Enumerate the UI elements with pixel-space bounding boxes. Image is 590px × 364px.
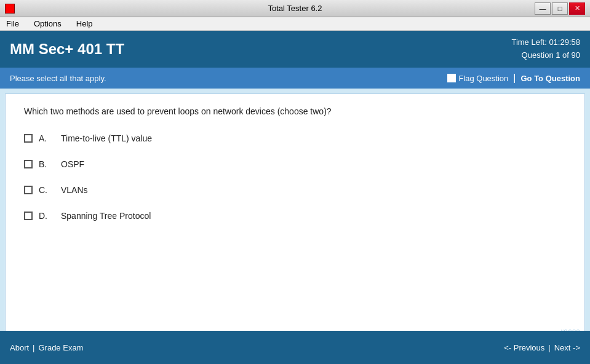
next-button[interactable]: Next -> (554, 343, 580, 352)
footer-right: <- Previous | Next -> (504, 343, 580, 352)
toolbar-separator: | (513, 73, 516, 84)
answer-text-b: OSPF (61, 159, 84, 169)
minimize-button[interactable]: — (535, 2, 551, 15)
toolbar-bar: Please select all that apply. Flag Quest… (0, 68, 590, 89)
footer-separator: | (33, 343, 34, 352)
answer-text-c: VLANs (61, 185, 88, 195)
app-icon (5, 4, 15, 14)
menu-file[interactable]: File (2, 18, 23, 30)
flag-question-label: Flag Question (458, 74, 508, 83)
flag-checkbox[interactable] (447, 74, 456, 82)
answer-label-b: B. (39, 159, 51, 169)
answer-text-a: Time-to-live (TTL) value (61, 133, 152, 143)
grade-exam-button[interactable]: Grade Exam (38, 343, 83, 352)
title-bar: Total Tester 6.2 — □ ✕ (0, 0, 590, 17)
previous-button[interactable]: <- Previous (504, 343, 544, 352)
checkbox-c[interactable] (24, 186, 33, 194)
answer-label-a: A. (39, 133, 51, 143)
time-left-label: Time Left: (511, 38, 546, 47)
checkbox-d[interactable] (24, 212, 33, 220)
menu-help[interactable]: Help (73, 18, 97, 30)
exam-title: MM Sec+ 401 TT (10, 41, 124, 58)
header-bar: MM Sec+ 401 TT Time Left: 01:29:58 Quest… (0, 31, 590, 68)
nav-separator: | (548, 343, 550, 352)
maximize-button[interactable]: □ (552, 2, 568, 15)
window-controls: — □ ✕ (535, 2, 585, 15)
flag-question-button[interactable]: Flag Question (447, 74, 508, 83)
answer-option-d: D. Spanning Tree Protocol (24, 211, 566, 221)
question-area: Which two methods are used to prevent lo… (5, 93, 585, 333)
menu-options[interactable]: Options (30, 18, 65, 30)
footer-left: Abort | Grade Exam (10, 343, 83, 352)
footer-bar: Abort | Grade Exam <- Previous | Next -> (0, 331, 590, 364)
title-bar-left (5, 4, 15, 14)
checkbox-b[interactable] (24, 160, 33, 168)
answer-label-c: C. (39, 185, 51, 195)
answer-text-d: Spanning Tree Protocol (61, 211, 151, 221)
answer-option-c: C. VLANs (24, 185, 566, 195)
timer-info: Time Left: 01:29:58 Question 1 of 90 (511, 36, 580, 62)
answer-label-d: D. (39, 211, 51, 221)
question-text: Which two methods are used to prevent lo… (24, 106, 566, 116)
instruction-text: Please select all that apply. (10, 74, 106, 83)
checkbox-a[interactable] (24, 134, 33, 143)
abort-button[interactable]: Abort (10, 343, 29, 352)
goto-question-button[interactable]: Go To Question (520, 74, 580, 83)
window-title: Total Tester 6.2 (0, 4, 590, 13)
time-left-value: 01:29:58 (549, 38, 580, 47)
toolbar-right: Flag Question | Go To Question (447, 73, 580, 84)
time-left-display: Time Left: 01:29:58 (511, 36, 580, 49)
answer-option-b: B. OSPF (24, 159, 566, 169)
menu-bar: File Options Help (0, 17, 590, 31)
close-button[interactable]: ✕ (569, 2, 585, 15)
question-info: Question 1 of 90 (511, 49, 580, 62)
answer-option-a: A. Time-to-live (TTL) value (24, 133, 566, 143)
